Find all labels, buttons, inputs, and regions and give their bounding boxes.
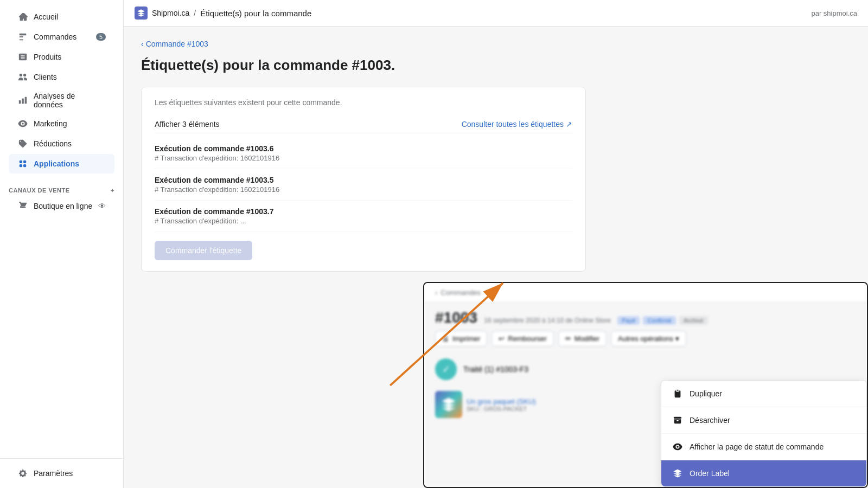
order-item-sub-0: # Transaction d'expédition: 1602101916 — [155, 154, 572, 162]
order-item-title-0: Exécution de commande #1003.6 — [155, 144, 572, 153]
overlay-topbar: ‹ Commandes — [424, 283, 867, 303]
order-item-sub-1: # Transaction d'expédition: 1602101916 — [155, 185, 572, 194]
dropdown-item-order-label[interactable]: Order Label — [661, 460, 866, 486]
sidebar-item-label: Paramètres — [34, 469, 73, 478]
dropdown-item-desarchiver[interactable]: Désarchiver — [661, 407, 866, 434]
overlay-autres-btn[interactable]: Autres opérations ▾ — [611, 331, 686, 346]
order-item-0: Exécution de commande #1003.6 # Transact… — [155, 138, 572, 169]
back-link-label: Commande #1003 — [146, 40, 208, 48]
card-subtitle: Les étiquettes suivantes existent pour c… — [155, 98, 572, 107]
topbar-page-title: Étiquette(s) pour la commande — [200, 9, 311, 18]
order-item-2: Exécution de commande #1003.7 # Transact… — [155, 201, 572, 232]
app-logo — [135, 7, 148, 20]
sidebar-item-label: Applications — [34, 159, 79, 168]
overlay-modifier-label: Modifier — [575, 335, 599, 343]
sidebar-item-label: Réductions — [34, 139, 72, 148]
package-sku: SKU : GROS-PACKET — [467, 406, 536, 412]
sidebar: Accueil Commandes 5 Produits Clients A — [0, 0, 124, 488]
orders-icon — [17, 31, 28, 42]
sidebar-item-label: Boutique en ligne — [34, 202, 92, 210]
store-icon — [17, 201, 28, 211]
dropdown-item-statut[interactable]: Afficher la page de statut de commande — [661, 434, 866, 460]
card-footer: Commander l'étiquette — [155, 241, 572, 260]
applications-icon — [17, 158, 28, 169]
show-items-label: Afficher 3 éléments — [155, 120, 220, 129]
order-label-button[interactable]: Commander l'étiquette — [155, 241, 252, 260]
analytics-icon — [17, 95, 28, 106]
label-icon — [672, 468, 683, 479]
breadcrumb-separator: / — [194, 9, 196, 17]
sidebar-item-analyses[interactable]: Analyses de données — [9, 87, 114, 113]
back-link[interactable]: ‹ Commande #1003 — [141, 40, 851, 48]
overlay-badges: Payé Confirmé Archivé — [617, 316, 707, 325]
edit-icon: ✏ — [565, 335, 571, 343]
order-item-sub-2: # Transaction d'expédition: ... — [155, 217, 572, 225]
chevron-left-icon: ‹ — [141, 40, 144, 48]
overlay-imprimer-btn[interactable]: 🖨 Imprimer — [435, 331, 487, 346]
eye-icon — [672, 441, 683, 452]
package-info: Un gros paquet (SKU) SKU : GROS-PACKET — [467, 397, 536, 412]
add-sales-channel-icon[interactable]: + — [111, 187, 114, 194]
sidebar-item-parametres[interactable]: Paramètres — [9, 464, 114, 483]
overlay-main-header: #1003 16 septembre 2020 à 14:10 de Onlin… — [424, 303, 867, 331]
badge-paye: Payé — [617, 316, 640, 325]
view-all-label-text: Consulter toutes les étiquettes — [462, 120, 564, 129]
reductions-icon — [17, 138, 28, 149]
copy-icon — [672, 388, 683, 399]
boutique-visibility-icon[interactable]: 👁 — [98, 202, 106, 210]
overlay-order-num: #1003 — [435, 309, 477, 326]
overlay-rembourser-btn[interactable]: ↩ Rembourser — [492, 331, 554, 346]
clients-icon — [17, 72, 28, 82]
dropdown-menu: Dupliquer Désarchiver Afficher la page d… — [661, 380, 867, 487]
package-name: Un gros paquet (SKU) — [467, 397, 536, 406]
dropdown-statut-label: Afficher la page de statut de commande — [690, 442, 824, 451]
package-img — [435, 391, 462, 418]
view-all-labels-link[interactable]: Consulter toutes les étiquettes ↗ — [462, 120, 572, 129]
labels-card: Les étiquettes suivantes existent pour c… — [141, 87, 586, 272]
sidebar-item-accueil[interactable]: Accueil — [9, 7, 114, 27]
sidebar-item-reductions[interactable]: Réductions — [9, 134, 114, 153]
sidebar-bottom: Paramètres — [0, 458, 123, 488]
products-icon — [17, 52, 28, 62]
dropdown-dupliquer-label: Dupliquer — [690, 389, 722, 398]
badge-confirme: Confirmé — [643, 316, 676, 325]
dropdown-desarchiver-label: Désarchiver — [690, 416, 730, 425]
dropdown-item-dupliquer[interactable]: Dupliquer — [661, 381, 866, 407]
overlay-actions: 🖨 Imprimer ↩ Rembourser ✏ Modifier Autre… — [424, 331, 867, 352]
sidebar-item-label: Produits — [34, 53, 61, 61]
show-items-row: Afficher 3 éléments Consulter toutes les… — [155, 115, 572, 133]
sidebar-item-label: Marketing — [34, 119, 67, 128]
sidebar-item-label: Accueil — [34, 12, 58, 21]
order-item-title-2: Exécution de commande #1003.7 — [155, 207, 572, 216]
page-title: Étiquette(s) pour la commande #1003. — [141, 57, 851, 74]
sidebar-item-label: Clients — [34, 73, 57, 81]
overlay-imprimer-label: Imprimer — [452, 335, 480, 343]
sidebar-item-marketing[interactable]: Marketing — [9, 114, 114, 133]
fulfillment-label: Traité (1) #1003-F3 — [463, 365, 528, 374]
badge-archive: Archivé — [679, 316, 708, 325]
overlay-modifier-btn[interactable]: ✏ Modifier — [558, 331, 607, 346]
page-content: ‹ Commande #1003 Étiquette(s) pour la co… — [124, 27, 868, 488]
overlay-panel: ‹ Commandes #1003 16 septembre 2020 à 14… — [423, 282, 868, 488]
overlay-chevron-left: ‹ — [435, 288, 437, 297]
topbar-right: par shipmoi.ca — [811, 9, 857, 17]
marketing-icon — [17, 118, 28, 129]
sidebar-item-label: Commandes — [34, 33, 76, 41]
commandes-badge: 5 — [96, 33, 106, 41]
main-content: Shipmoi.ca / Étiquette(s) pour la comman… — [124, 0, 868, 488]
fulfillment-icon: ✓ — [435, 358, 457, 380]
overlay-rembourser-label: Rembourser — [508, 335, 547, 343]
external-link-icon: ↗ — [566, 120, 572, 129]
sidebar-item-boutique[interactable]: Boutique en ligne 👁 — [9, 196, 114, 216]
sidebar-item-applications[interactable]: Applications — [9, 154, 114, 174]
overlay-back-label: Commandes — [441, 288, 481, 297]
sales-channels-section: CANAUX DE VENTE + — [0, 178, 123, 196]
sidebar-item-label: Analyses de données — [34, 92, 106, 109]
sidebar-item-produits[interactable]: Produits — [9, 47, 114, 67]
sidebar-item-commandes[interactable]: Commandes 5 — [9, 27, 114, 47]
print-icon: 🖨 — [442, 335, 449, 343]
order-item-1: Exécution de commande #1003.5 # Transact… — [155, 169, 572, 201]
home-icon — [17, 11, 28, 22]
sidebar-item-clients[interactable]: Clients — [9, 67, 114, 87]
topbar: Shipmoi.ca / Étiquette(s) pour la comman… — [124, 0, 868, 27]
